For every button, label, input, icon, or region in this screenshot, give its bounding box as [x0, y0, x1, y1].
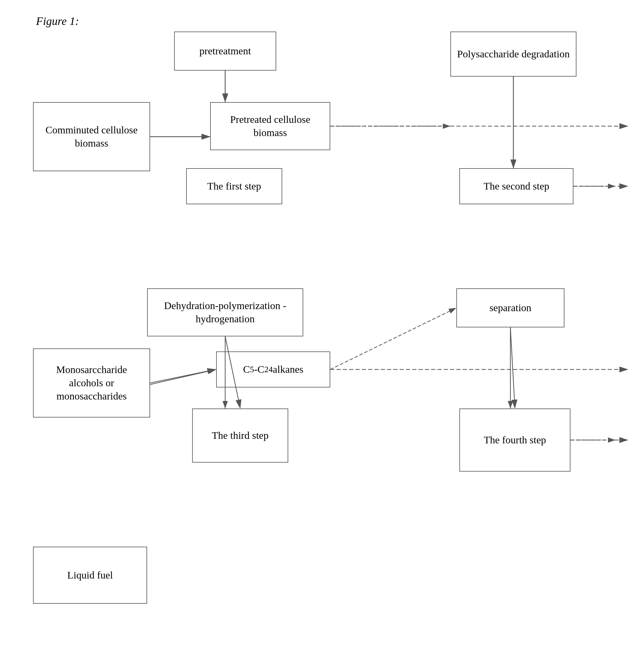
- liquid-fuel-box: Liquid fuel: [33, 547, 147, 604]
- svg-line-7: [330, 308, 456, 369]
- figure-label: Figure 1:: [36, 15, 79, 28]
- pretreatment-box: pretreatment: [174, 31, 276, 71]
- svg-line-6: [150, 369, 216, 384]
- separation-box: separation: [456, 288, 565, 327]
- monosaccharide-box: Monosarccharide alcohols or monosacchari…: [33, 348, 150, 417]
- third-step-box: The third step: [192, 409, 288, 462]
- dehydration-box: Dehydration-polymerization -hydrogenatio…: [147, 288, 303, 336]
- polysaccharide-box: Polysaccharide degradation: [450, 31, 576, 76]
- fourth-step-box: The fourth step: [459, 409, 571, 472]
- c5c24-label: C5-C24 alkanes: [216, 351, 330, 387]
- comminuted-cellulose-box: Comminuted cellulose biomass: [33, 102, 150, 171]
- svg-line-20: [510, 327, 515, 408]
- svg-line-18: [150, 369, 215, 383]
- second-step-box: The second step: [459, 168, 573, 204]
- pretreated-cellulose-box: Pretreated cellulose biomass: [210, 102, 330, 150]
- first-step-box: The first step: [186, 168, 282, 204]
